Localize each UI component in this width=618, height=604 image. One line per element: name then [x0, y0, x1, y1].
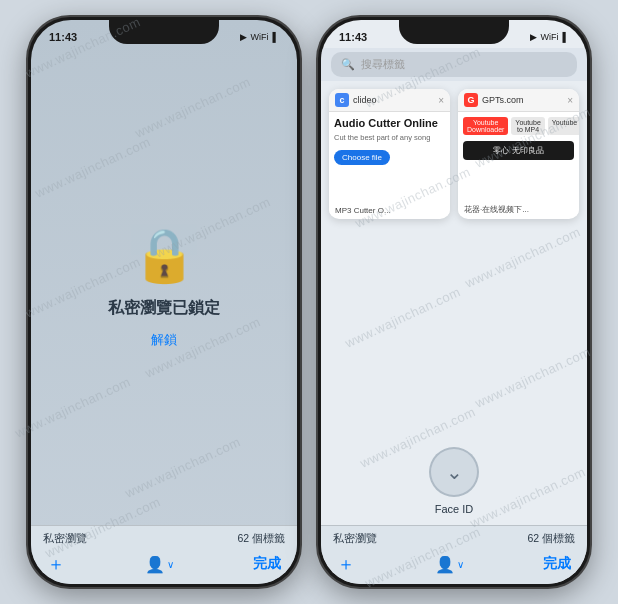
tab-2-close[interactable]: × [567, 95, 573, 106]
tab-1-site-name: clideo [353, 95, 434, 105]
status-icons-right: ▶ WiFi ▌ [530, 32, 569, 42]
tab-card-2-header: G GPTs.com × [458, 89, 579, 112]
action-row-right: ＋ 👤 ∨ 完成 [333, 552, 575, 576]
tab-2-favicon: G [464, 93, 478, 107]
tab-1-subtitle: Cut the best part of any song [334, 133, 445, 142]
yt-btn-1: YoutubeDownloader [463, 117, 508, 135]
notch-right [399, 20, 509, 44]
tab-2-site-name: GPTs.com [482, 95, 563, 105]
add-icon-left[interactable]: ＋ [47, 552, 65, 576]
tab-2-bottom-label: 花器·在线视频下... [464, 204, 529, 215]
tab-1-bottom-label: MP3 Cutter O... [335, 206, 391, 215]
phone-right-screen: 11:43 ▶ WiFi ▌ 🔍 搜尋標籤 c clideo × [321, 20, 587, 584]
faceid-down-arrow: ⌄ [446, 460, 463, 484]
tab-count-right[interactable]: 62 個標籤 [527, 532, 575, 546]
done-button-right[interactable]: 完成 [543, 555, 571, 573]
search-placeholder: 搜尋標籤 [361, 57, 405, 72]
done-button-left[interactable]: 完成 [253, 555, 281, 573]
tab-2-dark-box: 零心 无印良品 [463, 141, 574, 160]
yt-btn-3: Youtube [548, 117, 579, 135]
tab-1-content: Audio Cutter Online Cut the best part of… [329, 112, 450, 216]
private-tab-btn-right[interactable]: 私密瀏覽 [333, 532, 377, 546]
private-tab-btn-left[interactable]: 私密瀏覽 [43, 532, 87, 546]
private-browsing-locked: 🔒 私密瀏覽已鎖定 解鎖 [31, 48, 297, 525]
tab-1-close[interactable]: × [438, 95, 444, 106]
search-icon: 🔍 [341, 58, 355, 71]
tab-1-title: Audio Cutter Online [334, 117, 445, 130]
faceid-label: Face ID [435, 503, 474, 515]
tab-count-left[interactable]: 62 個標籤 [237, 532, 285, 546]
faceid-area: ⌄ Face ID [321, 437, 587, 525]
person-icon-left[interactable]: 👤 ∨ [145, 555, 174, 574]
unlock-link[interactable]: 解鎖 [151, 331, 177, 349]
tab-1-choose-btn[interactable]: Choose file [334, 150, 390, 165]
bottom-bar-left: 私密瀏覽 62 個標籤 ＋ 👤 ∨ 完成 [31, 525, 297, 584]
tab-card-2[interactable]: G GPTs.com × YoutubeDownloader Youtubeto… [458, 89, 579, 219]
tab-2-content: YoutubeDownloader Youtubeto MP4 Youtube … [458, 112, 579, 216]
search-bar-area: 🔍 搜尋標籤 [321, 48, 587, 81]
search-bar[interactable]: 🔍 搜尋標籤 [331, 52, 577, 77]
tab-1-favicon: c [335, 93, 349, 107]
yt-logo-area: YoutubeDownloader Youtubeto MP4 Youtube [463, 117, 574, 135]
status-time-right: 11:43 [339, 31, 367, 43]
tab-row-left: 私密瀏覽 62 個標籤 [43, 532, 285, 546]
tab-card-1[interactable]: c clideo × Audio Cutter Online Cut the b… [329, 89, 450, 219]
action-row-left: ＋ 👤 ∨ 完成 [43, 552, 285, 576]
yt-btn-2: Youtubeto MP4 [511, 117, 544, 135]
status-icons-left: ▶ WiFi ▌ [240, 32, 279, 42]
phone-left: 11:43 ▶ WiFi ▌ 🔒 私密瀏覽已鎖定 解鎖 私密瀏覽 62 個標籤 … [28, 17, 300, 587]
bottom-bar-right: 私密瀏覽 62 個標籤 ＋ 👤 ∨ 完成 [321, 525, 587, 584]
tab-card-1-header: c clideo × [329, 89, 450, 112]
phone-left-screen: 11:43 ▶ WiFi ▌ 🔒 私密瀏覽已鎖定 解鎖 私密瀏覽 62 個標籤 … [31, 20, 297, 584]
add-icon-right[interactable]: ＋ [337, 552, 355, 576]
notch-left [109, 20, 219, 44]
faceid-circle[interactable]: ⌄ [429, 447, 479, 497]
tabs-grid: c clideo × Audio Cutter Online Cut the b… [321, 81, 587, 437]
status-time-left: 11:43 [49, 31, 77, 43]
lock-icon: 🔒 [132, 225, 197, 286]
person-icon-right[interactable]: 👤 ∨ [435, 555, 464, 574]
locked-title: 私密瀏覽已鎖定 [108, 298, 220, 319]
tab-row-right: 私密瀏覽 62 個標籤 [333, 532, 575, 546]
phone-right: 11:43 ▶ WiFi ▌ 🔍 搜尋標籤 c clideo × [318, 17, 590, 587]
